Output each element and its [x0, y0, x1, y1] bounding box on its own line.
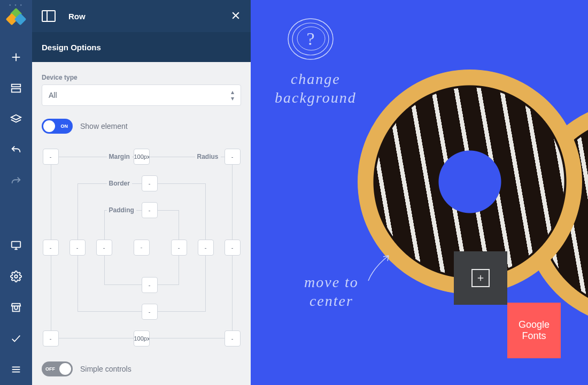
border-left-input[interactable]	[69, 240, 86, 256]
border-right-input[interactable]	[198, 240, 214, 256]
desktop-icon	[10, 240, 22, 251]
padding-right-input[interactable]	[171, 240, 187, 256]
menu-icon	[10, 364, 22, 375]
store-button[interactable]	[0, 292, 32, 323]
templates-button[interactable]	[0, 73, 32, 104]
box-model-editor: Margin Radius Border Padding	[43, 149, 241, 346]
left-rail: • • •	[0, 0, 32, 385]
undo-button[interactable]	[0, 135, 32, 166]
google-fonts-label: Google Fonts	[509, 319, 559, 341]
google-fonts-tile[interactable]: Google Fonts	[507, 303, 561, 358]
padding-left-input[interactable]	[96, 240, 112, 256]
done-button[interactable]	[0, 323, 32, 354]
redo-button[interactable]	[0, 166, 32, 197]
plus-icon	[10, 51, 22, 63]
svg-marker-4	[11, 115, 21, 120]
question-scribble-icon: ?	[284, 15, 337, 63]
padding-label: Padding	[107, 206, 136, 214]
settings-button[interactable]	[0, 261, 32, 292]
add-element-button[interactable]	[0, 42, 32, 73]
padding-top-input[interactable]	[142, 202, 158, 218]
svg-rect-3	[12, 89, 21, 92]
show-element-label: Show element	[80, 122, 128, 130]
toggle-off-label: OFF	[45, 366, 55, 372]
menu-button[interactable]	[0, 354, 32, 385]
note-move-to-center: move to center	[304, 273, 359, 310]
border-bottom-input[interactable]	[142, 304, 158, 320]
content-box: -	[134, 240, 150, 256]
show-element-toggle[interactable]: ON	[42, 119, 73, 134]
svg-rect-5	[12, 242, 21, 248]
panel-section-title: Design Options	[32, 32, 251, 62]
close-panel-button[interactable]	[230, 10, 241, 22]
note-change-background: change background	[275, 70, 357, 107]
editor-canvas[interactable]: ? change background move to center Googl…	[251, 0, 588, 385]
check-icon	[10, 333, 22, 344]
simple-controls-label: Simple controls	[80, 365, 131, 373]
redo-icon	[10, 175, 22, 187]
margin-top-input[interactable]	[134, 149, 150, 165]
panel-body: Device type All ▴▾ ON Show element Margi…	[32, 62, 251, 385]
simple-controls-toggle[interactable]: OFF	[42, 361, 73, 376]
design-options-panel: Row Design Options Device type All ▴▾ ON…	[32, 0, 251, 385]
gear-icon	[10, 271, 22, 282]
radius-label: Radius	[195, 153, 221, 160]
plus-box-icon	[471, 269, 490, 287]
undo-icon	[10, 144, 22, 156]
template-icon	[10, 82, 22, 94]
device-type-value: All	[49, 91, 231, 99]
margin-bottomleft-input[interactable]	[43, 330, 59, 346]
radius-top-input[interactable]	[225, 149, 241, 165]
row-icon	[42, 10, 56, 22]
svg-point-8	[14, 275, 18, 278]
border-top-input[interactable]	[142, 175, 158, 191]
padding-bottom-input[interactable]	[142, 277, 158, 293]
margin-bottom-input[interactable]	[134, 330, 150, 346]
close-icon	[230, 10, 241, 21]
chevron-updown-icon: ▴▾	[231, 89, 234, 102]
layers-button[interactable]	[0, 104, 32, 135]
margin-left-input[interactable]	[43, 240, 59, 256]
device-type-label: Device type	[42, 74, 241, 81]
layers-icon	[10, 113, 22, 125]
toggle-on-label: ON	[61, 124, 68, 129]
margin-label: Margin	[107, 153, 132, 160]
add-content-dropzone[interactable]	[454, 251, 507, 305]
radius-bottomright-input[interactable]	[225, 330, 241, 346]
element-type-title: Row	[68, 12, 218, 21]
svg-rect-2	[12, 84, 21, 87]
border-label: Border	[107, 180, 132, 187]
desktop-preview-button[interactable]	[0, 230, 32, 261]
radius-topright-input[interactable]	[225, 240, 241, 256]
rail-drag-dots: • • •	[9, 0, 23, 7]
svg-text:?: ?	[306, 29, 314, 49]
margin-topleft-input[interactable]	[43, 149, 59, 165]
panel-header: Row	[32, 0, 251, 32]
app-logo	[7, 10, 25, 27]
store-icon	[10, 302, 22, 313]
arrow-scribble-icon	[363, 251, 395, 283]
device-type-select[interactable]: All ▴▾	[42, 84, 241, 106]
